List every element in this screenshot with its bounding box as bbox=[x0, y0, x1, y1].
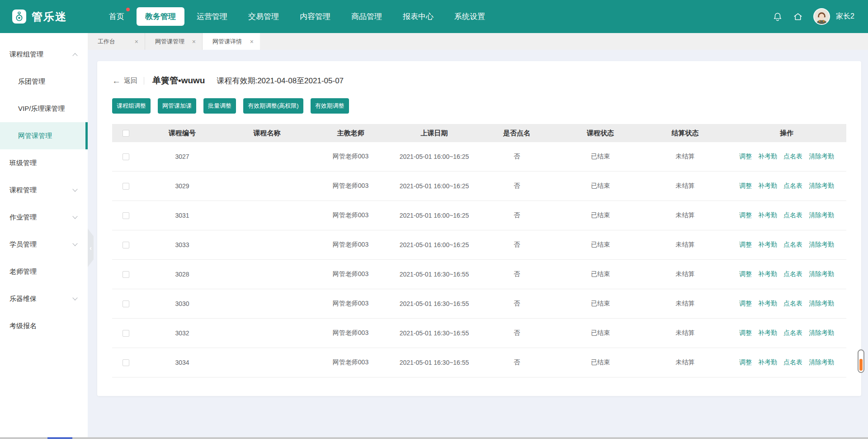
nav-item-label: 交易管理 bbox=[248, 12, 279, 21]
rollcall-sheet-link[interactable]: 点名表 bbox=[783, 300, 802, 308]
chevron-icon bbox=[72, 295, 77, 300]
sidebar-item[interactable]: VIP/乐理课管理 bbox=[0, 95, 88, 122]
select-all-checkbox[interactable] bbox=[123, 130, 129, 137]
avatar[interactable] bbox=[813, 8, 830, 25]
rollcall-sheet-link[interactable]: 点名表 bbox=[783, 270, 802, 278]
cell-rollcall: 否 bbox=[476, 241, 557, 249]
tab-bar: 工作台 × 网管课管理 × 网管课详情 × bbox=[88, 33, 868, 50]
rollcall-sheet-link[interactable]: 点名表 bbox=[783, 153, 802, 161]
makeup-attendance-link[interactable]: 补考勤 bbox=[758, 153, 777, 161]
clear-attendance-link[interactable]: 清除考勤 bbox=[809, 358, 834, 367]
clear-attendance-link[interactable]: 清除考勤 bbox=[809, 241, 834, 249]
close-icon[interactable]: × bbox=[192, 38, 196, 45]
nav-item-2[interactable]: 教务管理 bbox=[137, 7, 184, 26]
clear-attendance-link[interactable]: 清除考勤 bbox=[809, 300, 834, 308]
row-checkbox[interactable] bbox=[123, 212, 129, 219]
close-icon[interactable]: × bbox=[135, 38, 138, 45]
divider bbox=[144, 77, 144, 85]
nav-item-3[interactable]: 运营管理 bbox=[188, 7, 236, 26]
makeup-attendance-link[interactable]: 补考勤 bbox=[758, 329, 777, 337]
back-arrow-icon: ← bbox=[112, 76, 121, 85]
sidebar-item[interactable]: 老师管理 bbox=[0, 258, 88, 285]
adjust-link[interactable]: 调整 bbox=[739, 153, 752, 161]
action-button-3[interactable]: 批量调整 bbox=[203, 98, 236, 114]
cell-date: 2021-05-01 16:30~16:55 bbox=[392, 271, 476, 278]
nav-item-8[interactable]: 系统设置 bbox=[446, 7, 494, 26]
cell-status: 已结束 bbox=[557, 270, 643, 278]
sidebar-item-label: 老师管理 bbox=[9, 267, 37, 276]
sidebar-item[interactable]: 课程组管理 bbox=[0, 41, 88, 68]
makeup-attendance-link[interactable]: 补考勤 bbox=[758, 211, 777, 220]
clear-attendance-link[interactable]: 清除考勤 bbox=[809, 153, 834, 161]
nav-item-label: 报表中心 bbox=[403, 12, 434, 21]
adjust-link[interactable]: 调整 bbox=[739, 300, 752, 308]
sidebar-item[interactable]: 考级报名 bbox=[0, 312, 88, 339]
makeup-attendance-link[interactable]: 补考勤 bbox=[758, 270, 777, 278]
sidebar-item[interactable]: 网管课管理 bbox=[0, 122, 88, 149]
row-checkbox[interactable] bbox=[123, 242, 129, 248]
adjust-link[interactable]: 调整 bbox=[739, 211, 752, 220]
nav-item-6[interactable]: 商品管理 bbox=[343, 7, 391, 26]
rollcall-sheet-link[interactable]: 点名表 bbox=[783, 329, 802, 337]
nav-item-5[interactable]: 内容管理 bbox=[291, 7, 339, 26]
adjust-link[interactable]: 调整 bbox=[739, 182, 752, 190]
chevron-icon bbox=[72, 241, 77, 246]
row-checkbox[interactable] bbox=[123, 153, 129, 160]
table-body: 3027 网管老师003 2021-05-01 16:00~16:25 否 已结… bbox=[112, 142, 846, 377]
makeup-attendance-link[interactable]: 补考勤 bbox=[758, 241, 777, 249]
tab-1[interactable]: 工作台 × bbox=[88, 33, 145, 50]
bell-icon[interactable] bbox=[773, 12, 783, 22]
nav-item-label: 系统设置 bbox=[454, 12, 485, 21]
sidebar-item[interactable]: 班级管理 bbox=[0, 149, 88, 177]
makeup-attendance-link[interactable]: 补考勤 bbox=[758, 300, 777, 308]
adjust-link[interactable]: 调整 bbox=[739, 329, 752, 337]
cell-date: 2021-05-01 16:00~16:25 bbox=[392, 153, 476, 160]
makeup-attendance-link[interactable]: 补考勤 bbox=[758, 358, 777, 367]
user-name[interactable]: 家长2 bbox=[836, 12, 854, 21]
action-button-2[interactable]: 网管课加课 bbox=[158, 98, 196, 114]
clear-attendance-link[interactable]: 清除考勤 bbox=[809, 182, 834, 190]
sidebar-item[interactable]: 作业管理 bbox=[0, 204, 88, 231]
action-button-1[interactable]: 课程组调整 bbox=[112, 98, 151, 114]
tab-3[interactable]: 网管课详情 × bbox=[203, 33, 260, 50]
row-checkbox[interactable] bbox=[123, 183, 129, 190]
close-icon[interactable]: × bbox=[250, 38, 254, 45]
adjust-link[interactable]: 调整 bbox=[739, 270, 752, 278]
horizontal-scrollbar-thumb[interactable] bbox=[47, 437, 72, 439]
tab-2[interactable]: 网管课管理 × bbox=[145, 33, 203, 50]
rollcall-sheet-link[interactable]: 点名表 bbox=[783, 211, 802, 220]
row-checkbox[interactable] bbox=[123, 271, 129, 278]
adjust-link[interactable]: 调整 bbox=[739, 358, 752, 367]
cell-status: 已结束 bbox=[557, 300, 643, 308]
row-actions: 调整 补考勤 点名表 清除考勤 bbox=[727, 153, 846, 161]
clear-attendance-link[interactable]: 清除考勤 bbox=[809, 211, 834, 220]
action-button-5[interactable]: 有效期调整 bbox=[311, 98, 349, 114]
action-button-4[interactable]: 有效期调整(高权限) bbox=[243, 98, 303, 114]
rollcall-sheet-link[interactable]: 点名表 bbox=[783, 241, 802, 249]
adjust-link[interactable]: 调整 bbox=[739, 241, 752, 249]
rollcall-sheet-link[interactable]: 点名表 bbox=[783, 358, 802, 367]
sidebar-item[interactable]: 课程管理 bbox=[0, 177, 88, 204]
rollcall-sheet-link[interactable]: 点名表 bbox=[783, 182, 802, 190]
row-checkbox[interactable] bbox=[123, 330, 129, 337]
sidebar-item[interactable]: 乐团管理 bbox=[0, 68, 88, 95]
nav-item-label: 运营管理 bbox=[197, 12, 227, 21]
sidebar-item[interactable]: 学员管理 bbox=[0, 231, 88, 258]
clear-attendance-link[interactable]: 清除考勤 bbox=[809, 270, 834, 278]
nav-item-7[interactable]: 报表中心 bbox=[394, 7, 442, 26]
row-checkbox[interactable] bbox=[123, 359, 129, 366]
nav-item-1[interactable]: 首页 bbox=[100, 7, 133, 26]
clear-attendance-link[interactable]: 清除考勤 bbox=[809, 329, 834, 337]
brand[interactable]: 管乐迷 bbox=[12, 10, 67, 24]
row-checkbox[interactable] bbox=[123, 301, 129, 307]
makeup-attendance-link[interactable]: 补考勤 bbox=[758, 182, 777, 190]
sidebar-item[interactable]: 乐器维保 bbox=[0, 285, 88, 312]
table-row: 3027 网管老师003 2021-05-01 16:00~16:25 否 已结… bbox=[112, 142, 846, 172]
nav-item-4[interactable]: 交易管理 bbox=[240, 7, 288, 26]
horizontal-scrollbar[interactable] bbox=[0, 437, 868, 439]
back-button[interactable]: ← 返回 bbox=[112, 76, 137, 85]
home-icon[interactable] bbox=[793, 12, 803, 22]
vertical-scrollbar-thumb[interactable] bbox=[859, 359, 863, 371]
row-actions: 调整 补考勤 点名表 清除考勤 bbox=[727, 329, 846, 337]
vertical-scrollbar[interactable] bbox=[858, 349, 864, 373]
